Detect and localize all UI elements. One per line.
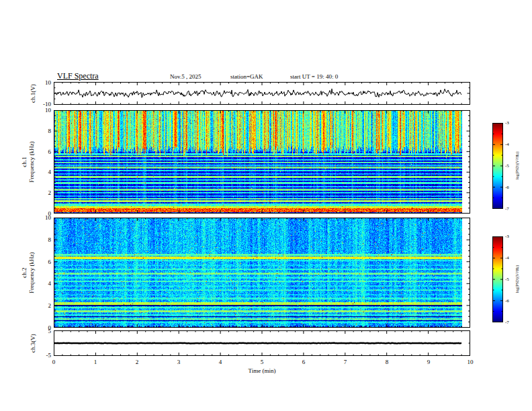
x-tick-label: 6 (302, 359, 306, 365)
y-tick-label: 2 (31, 302, 51, 309)
ch1-spectrogram-canvas (54, 110, 470, 214)
y-tick-label: -10 (31, 101, 51, 107)
colorbar-tick-label: -3 (505, 120, 509, 126)
x-tick-label: 8 (386, 359, 389, 365)
vlf-spectra-figure: VLF Spectra Nov.5 , 2025 station=GAK sta… (0, 0, 532, 411)
ch1-spec-channel-label: ch.1 (21, 108, 28, 216)
colorbar-tick-label: -6 (505, 298, 509, 304)
colorbar-tick-label: -4 (505, 142, 509, 147)
y-tick-label: 8 (31, 128, 51, 134)
y-tick-label: 10 (31, 214, 51, 221)
colorbar-tick-label: -7 (505, 206, 509, 212)
ch2-spectrogram-canvas (54, 218, 470, 328)
start-ut-label: start UT = 19: 40: 0 (290, 73, 338, 81)
y-tick-label: 10 (31, 79, 51, 86)
y-tick-label: 2 (31, 189, 51, 196)
colorbar-ch1-canvas (492, 123, 503, 209)
x-tick-label: 0 (52, 359, 56, 365)
y-tick-label: 6 (31, 148, 51, 155)
colorbar-tick-label: -4 (505, 255, 509, 261)
y-tick-label: 5 (31, 328, 51, 334)
colorbar-tick-label: -6 (505, 185, 509, 190)
x-tick-label: 10 (468, 359, 474, 365)
y-tick-label: -5 (31, 352, 51, 359)
time-axis-label: Time (min) (249, 367, 276, 374)
colorbar-ch2-unit-label: log(PSD)(V²/Hz) (515, 239, 520, 320)
date-label: Nov.5 , 2025 (170, 73, 201, 81)
ch3-waveform-canvas (54, 330, 470, 356)
colorbar-tick-label: -5 (505, 163, 509, 169)
ch1-spec-frequency-label: Frequency (kHz) (28, 108, 35, 216)
colorbar-ch1-unit-label: log(PSD)(V²/Hz) (515, 126, 520, 206)
page-title: VLF Spectra (57, 71, 99, 81)
station-label: station=GAK (230, 73, 263, 81)
y-tick-label: 4 (31, 280, 51, 287)
x-tick-label: 4 (219, 359, 222, 365)
ch1-waveform-canvas (54, 82, 470, 105)
colorbar-tick-label: -3 (505, 234, 509, 239)
x-tick-label: 9 (427, 359, 431, 365)
y-tick-label: 4 (31, 169, 51, 175)
y-tick-label: 8 (31, 236, 51, 243)
ch3-wave-y-axis-label: ch.3(V) (30, 303, 36, 383)
y-tick-label: 10 (31, 107, 51, 113)
x-tick-label: 5 (261, 359, 264, 365)
colorbar-tick-label: -7 (505, 320, 509, 325)
colorbar-ch2-canvas (492, 236, 503, 322)
ch2-spec-channel-label: ch.2 (21, 219, 28, 326)
x-tick-label: 7 (344, 359, 347, 365)
x-tick-label: 3 (177, 359, 181, 365)
x-tick-label: 2 (136, 359, 139, 365)
x-tick-label: 1 (94, 359, 97, 365)
y-tick-label: 6 (31, 259, 51, 265)
colorbar-tick-label: -5 (505, 277, 509, 282)
